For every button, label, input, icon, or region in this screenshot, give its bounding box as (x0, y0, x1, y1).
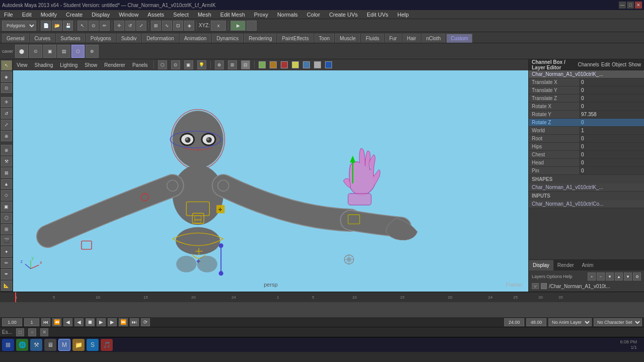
menu-mesh[interactable]: Mesh (196, 12, 213, 18)
xgen-button[interactable]: ✦ (1, 246, 12, 256)
layer-settings-button[interactable]: ⚙ (633, 273, 641, 281)
viewport[interactable]: View Shading Lighting Show Renderer Pane… (13, 59, 528, 292)
playback-end-input[interactable] (504, 318, 524, 326)
anim-layer-dropdown[interactable]: No Anim Layer (548, 318, 592, 326)
menu-file[interactable]: File (2, 12, 15, 18)
tab-fur[interactable]: Fur (385, 34, 401, 43)
measure-button[interactable]: 📐 (1, 281, 12, 291)
new-file-button[interactable]: 📄 (41, 21, 51, 31)
mode-dropdown[interactable]: Polygons (2, 21, 36, 31)
rotate-button[interactable]: ↺ (1, 108, 12, 118)
maximize-button[interactable]: □ (627, 2, 634, 9)
status-btn-3[interactable]: ✕ (40, 328, 48, 336)
playback-start-input[interactable] (2, 318, 22, 326)
soft-mod-button[interactable]: ⊗ (1, 145, 12, 155)
minimize-button[interactable]: — (619, 2, 626, 9)
vp-color-orange[interactable] (270, 61, 277, 68)
timeline[interactable]: 1 5 10 15 20 24 1 5 10 15 20 24 25 30 35 (0, 292, 644, 317)
snap-grid-button[interactable]: ⊞ (151, 21, 161, 31)
media-icon[interactable]: 🎵 (101, 339, 113, 351)
paint-tool-button[interactable]: ✏ (100, 21, 110, 31)
playback-current-input[interactable] (24, 318, 39, 326)
paint-effects-button[interactable]: ✏ (1, 258, 12, 268)
start-button[interactable]: ⊞ (2, 339, 14, 351)
shelf-btn-5[interactable]: ⬡ (71, 45, 85, 58)
cb-menu-channels[interactable]: Channels (578, 62, 599, 67)
menu-window[interactable]: Window (117, 12, 140, 18)
vp-smooth-button[interactable]: ⊙ (171, 60, 180, 69)
browser-icon[interactable]: 🌐 (16, 339, 28, 351)
render-button[interactable]: ▶ (230, 21, 246, 31)
prev-frame-button[interactable]: ◀ (63, 318, 72, 326)
layer-down-button[interactable]: ▼ (624, 273, 632, 281)
vp-lighting-button[interactable]: 💡 (197, 60, 206, 69)
stop-button[interactable]: ⏹ (86, 318, 95, 326)
vp-menu-shading[interactable]: Shading (33, 62, 55, 68)
vp-menu-view[interactable]: View (15, 62, 29, 68)
vp-color-yellow[interactable] (292, 61, 299, 68)
menu-modify[interactable]: Modify (39, 12, 59, 18)
snap-curve-button[interactable]: ∿ (162, 21, 172, 31)
files-icon[interactable]: 📁 (72, 339, 85, 351)
timeline-playhead[interactable] (15, 292, 16, 302)
custom-button-1[interactable]: ▲ (1, 179, 12, 189)
timeline-content[interactable] (0, 302, 644, 317)
snap-point-button[interactable]: ⊡ (173, 21, 183, 31)
cb-menu-edit[interactable]: Edit (601, 62, 610, 67)
paint-select-button[interactable]: ◈ (1, 71, 12, 81)
playback-end2-input[interactable] (526, 318, 546, 326)
rotate-tool-button[interactable]: ↺ (125, 21, 135, 31)
menu-edit[interactable]: Edit (20, 12, 34, 18)
tab-render[interactable]: Render (553, 260, 578, 270)
maya-active-icon[interactable]: M (58, 339, 70, 351)
layer-new-button[interactable]: + (588, 273, 596, 281)
shelf-btn-1[interactable]: ⬤ (15, 45, 28, 58)
next-frame-button[interactable]: ▶ (108, 318, 117, 326)
show-manipulator[interactable]: ⊠ (1, 167, 12, 177)
layer-visibility[interactable]: V (532, 283, 539, 289)
grease-pencil-button[interactable]: ✒ (1, 269, 12, 279)
custom-button-4[interactable]: ⬡ (1, 213, 12, 223)
tab-subdiv[interactable]: Subdiv (117, 34, 141, 43)
vp-color-gray[interactable] (314, 61, 321, 68)
scale-tool-button[interactable]: ⤢ (136, 21, 146, 31)
lasso-button[interactable]: ⊙ (1, 83, 12, 93)
vp-menu-lighting[interactable]: Lighting (58, 62, 79, 68)
menu-select[interactable]: Select (171, 12, 191, 18)
vp-color-green[interactable] (259, 61, 266, 68)
tab-anim[interactable]: Anim (578, 260, 598, 270)
shelf-btn-4[interactable]: ▤ (57, 45, 70, 58)
step-back-button[interactable]: ⏪ (52, 318, 61, 326)
tab-polygons[interactable]: Polygons (86, 34, 116, 43)
menu-assets[interactable]: Assets (145, 12, 166, 18)
cb-menu-object[interactable]: Object (612, 62, 626, 67)
layer-check[interactable] (541, 283, 547, 289)
vp-wireframe-button[interactable]: ⬡ (158, 60, 167, 69)
tab-custom[interactable]: Custom (446, 34, 472, 43)
tab-painteffects[interactable]: PaintEffects (277, 34, 313, 43)
maya-icon[interactable]: ⚒ (30, 339, 42, 351)
tab-rendering[interactable]: Rendering (244, 34, 276, 43)
menu-edit-uvs[interactable]: Edit UVs (365, 12, 390, 18)
go-start-button[interactable]: ⏮ (41, 318, 50, 326)
tab-display[interactable]: Display (529, 260, 553, 270)
play-forward-button[interactable]: ▶ (97, 318, 106, 326)
menu-create-uvs[interactable]: Create UVs (327, 12, 360, 18)
tab-dynamics[interactable]: Dynamics (212, 34, 243, 43)
layer-delete-button[interactable]: − (597, 273, 605, 281)
custom-button-3[interactable]: ▣ (1, 202, 12, 212)
vp-textured-button[interactable]: ▣ (184, 60, 193, 69)
scale-button[interactable]: ⤢ (1, 120, 12, 130)
save-file-button[interactable]: 💾 (63, 21, 73, 31)
select-tool-button[interactable]: ↖ (77, 21, 88, 31)
sculpt-button[interactable]: ⚒ (1, 156, 12, 166)
history-button[interactable]: x (211, 21, 226, 31)
open-file-button[interactable]: 📂 (52, 21, 62, 31)
vp-isolate-button[interactable]: ⊕ (215, 60, 224, 69)
menu-help[interactable]: Help (395, 12, 411, 18)
render-view-button[interactable]: 🎬 (1, 235, 12, 245)
layer-item[interactable]: V /Char_Norman_A1_v010t... (530, 282, 643, 291)
tab-hair[interactable]: Hair (403, 34, 421, 43)
cb-menu-show[interactable]: Show (628, 62, 641, 67)
layer-up-button[interactable]: ▲ (615, 273, 623, 281)
